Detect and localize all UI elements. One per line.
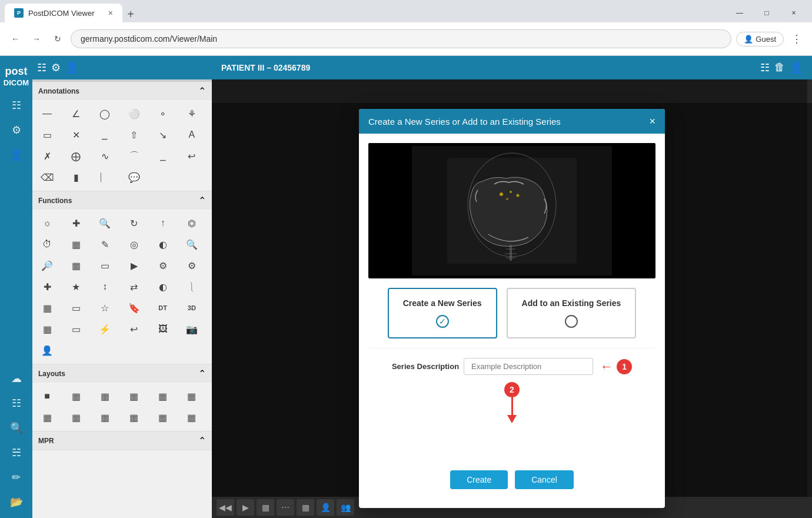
fn-rect[interactable]: ▭ [65, 298, 87, 318]
layout-1x3[interactable]: ▦ [94, 386, 116, 406]
fn-play[interactable]: ▶ [123, 255, 145, 275]
fn-star[interactable]: ★ [65, 277, 87, 297]
tool-undo[interactable]: ↩ [181, 146, 203, 166]
top-bar-icon-trash[interactable]: 🗑 [774, 61, 785, 74]
fn-3d[interactable]: 3D [181, 298, 203, 318]
sidebar-icon-layers[interactable]: ☵ [5, 441, 28, 464]
sidebar-icon-search[interactable]: 🔍 [5, 417, 28, 439]
fn-split[interactable]: ⎱ [181, 277, 203, 297]
fn-settings2[interactable]: ⚙ [181, 255, 203, 275]
fn-timer[interactable]: ⏱ [36, 234, 58, 254]
tool-arc[interactable]: ⌒ [123, 146, 145, 166]
nav-users-button[interactable]: 👥 [337, 499, 354, 516]
tool-line[interactable]: ⎯ [94, 125, 116, 145]
address-input[interactable] [71, 29, 731, 48]
functions-header[interactable]: Functions ⌃ [32, 191, 212, 210]
fn-star2[interactable]: ☆ [94, 298, 116, 318]
maximize-button[interactable]: □ [753, 4, 780, 22]
top-bar-icon-user[interactable]: 👤 [790, 61, 803, 74]
fn-updown[interactable]: ↕ [94, 277, 116, 297]
close-button[interactable]: × [780, 4, 807, 22]
series-description-input[interactable] [464, 358, 593, 375]
nav-grid-button[interactable]: ▦ [257, 499, 274, 516]
layout-2x2[interactable]: ▦ [123, 386, 145, 406]
fn-person[interactable]: 👤 [36, 340, 58, 360]
tool-ellipse[interactable]: ⚪ [123, 104, 145, 124]
new-tab-button[interactable]: + [122, 6, 139, 22]
mpr-header[interactable]: MPR ⌃ [32, 431, 212, 450]
tool-arrow[interactable]: ⇧ [123, 125, 145, 145]
tool-text[interactable]: A [181, 125, 203, 145]
fn-img2[interactable]: 📷 [181, 319, 203, 339]
tool-ruler[interactable]: ― [36, 104, 58, 124]
fn-empty[interactable]: ▭ [65, 319, 87, 339]
cancel-button[interactable]: Cancel [515, 470, 574, 489]
layout-custom6[interactable]: ▦ [181, 407, 203, 427]
nav-more-button[interactable]: ⋯ [277, 499, 294, 516]
fn-pencil[interactable]: ✎ [94, 234, 116, 254]
tool-annotation-text[interactable]: 💬 [123, 167, 145, 187]
layout-custom4[interactable]: ▦ [123, 407, 145, 427]
sidebar-icon-cloud[interactable]: ☁ [5, 367, 28, 390]
fn-settings1[interactable]: ⚙ [152, 255, 174, 275]
fn-up[interactable]: ↑ [152, 213, 174, 233]
sidebar-icon-home[interactable]: ☷ [5, 94, 28, 117]
tool-oval[interactable]: ⚬ [152, 104, 174, 124]
create-button[interactable]: Create [450, 470, 508, 489]
fn-rotate[interactable]: ↻ [123, 213, 145, 233]
minimize-button[interactable]: — [726, 4, 753, 22]
layout-1x1[interactable]: ■ [36, 386, 58, 406]
fn-half[interactable]: ◐ [152, 277, 174, 297]
fn-grid[interactable]: ▦ [65, 234, 87, 254]
fn-zoom[interactable]: 🔍 [94, 213, 116, 233]
layout-1x2[interactable]: ▦ [65, 386, 87, 406]
tools-tab-2[interactable]: ⚙ [51, 61, 61, 74]
fn-dt[interactable]: DT [152, 298, 174, 318]
layout-custom2[interactable]: ▦ [65, 407, 87, 427]
tools-tab-1[interactable]: ☷ [37, 61, 46, 74]
fn-crop[interactable]: ▭ [94, 255, 116, 275]
dialog-close-button[interactable]: × [649, 116, 655, 127]
fn-pan[interactable]: ✚ [65, 213, 87, 233]
fn-grid2[interactable]: ▦ [36, 298, 58, 318]
fn-mosaic[interactable]: ▦ [65, 255, 87, 275]
tool-freehand[interactable]: ⚘ [181, 104, 203, 124]
nav-user-button[interactable]: 👤 [317, 499, 334, 516]
fn-move[interactable]: ✚ [36, 277, 58, 297]
annotations-header[interactable]: Annotations ⌃ [32, 82, 212, 100]
fn-img1[interactable]: 🖼 [152, 319, 174, 339]
tool-label[interactable]: ⎸ [94, 167, 116, 187]
layout-3x3[interactable]: ▦ [181, 386, 203, 406]
top-bar-icon-list[interactable]: ☷ [760, 61, 770, 74]
tool-circle[interactable]: ◯ [94, 104, 116, 124]
forward-button[interactable]: → [28, 31, 45, 47]
fn-grid3[interactable]: ▦ [36, 319, 58, 339]
tool-rectangle[interactable]: ▭ [36, 125, 58, 145]
nav-layout-button[interactable]: ▦ [297, 499, 314, 516]
nav-first-button[interactable]: ◀◀ [217, 499, 234, 516]
tool-x[interactable]: ✗ [36, 146, 58, 166]
sidebar-icon-tools[interactable]: ⚙ [5, 119, 28, 141]
fn-flip[interactable]: ⇄ [123, 277, 145, 297]
tool-angle[interactable]: ∠ [65, 104, 87, 124]
back-button[interactable]: ← [7, 31, 24, 47]
tool-eraser[interactable]: ⌫ [36, 167, 58, 187]
fn-bookmark[interactable]: 🔖 [123, 298, 145, 318]
fn-undo2[interactable]: ↩ [123, 319, 145, 339]
layout-custom3[interactable]: ▦ [94, 407, 116, 427]
user-menu[interactable]: 👤 Guest [736, 32, 784, 47]
browser-menu-button[interactable]: ⋮ [788, 31, 805, 47]
fn-stack[interactable]: ⏣ [181, 213, 203, 233]
layout-2x3[interactable]: ▦ [152, 386, 174, 406]
fn-lasso[interactable]: ◎ [123, 234, 145, 254]
tool-cross[interactable]: ✕ [65, 125, 87, 145]
tab-close-button[interactable]: × [108, 8, 113, 18]
nav-prev-button[interactable]: ▶ [237, 499, 254, 516]
tool-rect2[interactable]: ▮ [65, 167, 87, 187]
create-new-series-option[interactable]: Create a New Series [388, 288, 497, 338]
tools-tab-3[interactable]: 👤 [65, 61, 78, 74]
tool-hline[interactable]: ⎯ [152, 146, 174, 166]
fn-brightness[interactable]: ☼ [36, 213, 58, 233]
layout-custom1[interactable]: ▦ [36, 407, 58, 427]
fn-bolt[interactable]: ⚡ [94, 319, 116, 339]
